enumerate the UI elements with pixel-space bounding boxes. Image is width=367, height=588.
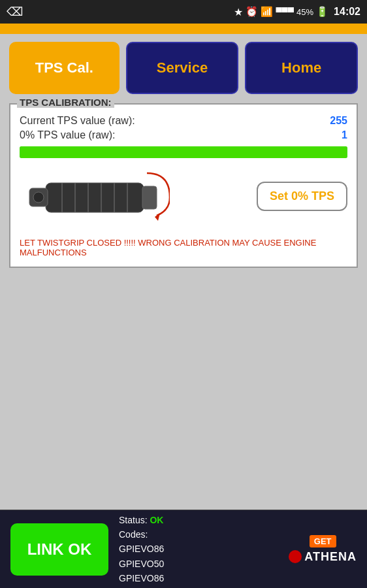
tps-progress-fill [20, 146, 347, 158]
usb-icon: ⌫ [7, 5, 23, 19]
battery-icon: 🔋 [316, 6, 328, 18]
tps-progress-bar [20, 146, 347, 158]
athena-logo: GET ATHENA [289, 535, 357, 564]
battery-percent: 45% [296, 7, 313, 17]
tps-cal-button[interactable]: TPS Cal. [9, 42, 120, 94]
svg-rect-9 [142, 186, 157, 209]
current-tps-label: Current TPS value (raw): [20, 115, 135, 127]
athena-logo-circle [289, 550, 302, 563]
bottom-bar: LINK OK Status: OK Codes: GPIEVO86 GPIEV… [0, 510, 367, 588]
codes-label: Codes: [119, 527, 278, 542]
nav-bar: TPS Cal. Service Home [0, 34, 367, 101]
throttle-illustration [20, 163, 170, 229]
yellow-bar [0, 24, 367, 34]
code-3: GPIEVO86 [119, 571, 278, 585]
calibration-panel: TPS CALIBRATION: Current TPS value (raw)… [9, 103, 358, 268]
status-value: OK [150, 515, 163, 525]
service-button[interactable]: Service [126, 42, 239, 94]
zero-tps-row: 0% TPS value (raw): 1 [20, 129, 347, 141]
home-button[interactable]: Home [245, 42, 358, 94]
athena-text: ATHENA [289, 550, 357, 564]
get-badge: GET [310, 535, 336, 547]
status-time: 14:02 [334, 6, 360, 18]
code-2: GPIEVO50 [119, 557, 278, 571]
svg-point-8 [33, 192, 44, 203]
set-zero-tps-button[interactable]: Set 0% TPS [257, 182, 347, 211]
svg-rect-0 [46, 183, 144, 212]
status-line: Status: OK [119, 513, 278, 527]
current-tps-value: 255 [330, 115, 347, 127]
code-1: GPIEVO86 [119, 542, 278, 556]
status-bar: ⌫ ★ ⏰ 📶 ▀▀▀ 45% 🔋 14:02 [0, 0, 367, 24]
zero-tps-value: 1 [342, 129, 347, 141]
link-ok-button[interactable]: LINK OK [10, 523, 108, 576]
svg-marker-10 [155, 213, 160, 221]
throttle-area: Set 0% TPS [20, 163, 347, 229]
athena-label: ATHENA [304, 550, 357, 564]
wifi-icon: 📶 [261, 6, 273, 18]
calibration-title: TPS CALIBRATION: [17, 97, 114, 108]
current-tps-row: Current TPS value (raw): 255 [20, 115, 347, 127]
calibration-warning: LET TWISTGRIP CLOSED !!!!! WRONG CALIBRA… [20, 238, 347, 257]
status-label: Status: [119, 515, 148, 525]
main-content: TPS Cal. Service Home TPS CALIBRATION: C… [0, 34, 367, 588]
content-spacer [0, 270, 367, 510]
alarm-icon: ⏰ [246, 6, 258, 18]
bluetooth-icon: ★ [234, 6, 243, 18]
zero-tps-label: 0% TPS value (raw): [20, 129, 115, 141]
signal-icon: ▀▀▀ [276, 7, 294, 17]
status-info-panel: Status: OK Codes: GPIEVO86 GPIEVO50 GPIE… [119, 513, 278, 586]
